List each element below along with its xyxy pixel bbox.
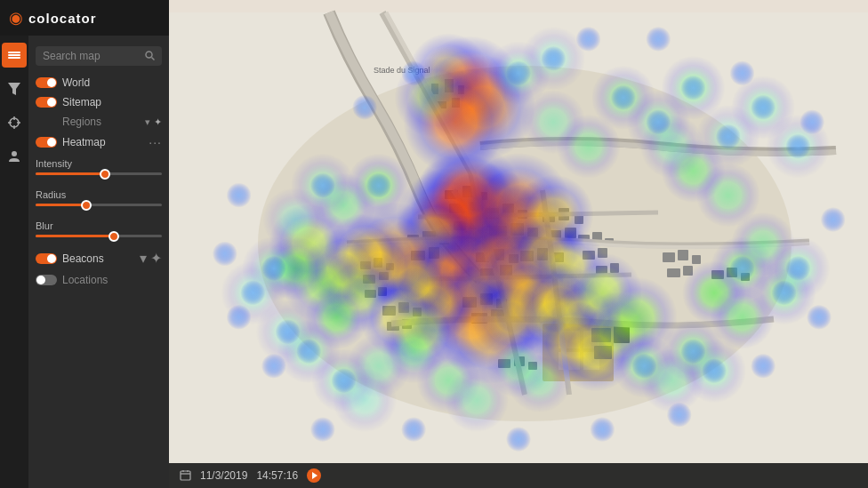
- svg-rect-81: [741, 273, 750, 281]
- svg-rect-63: [480, 293, 493, 305]
- toggle-beacons[interactable]: [36, 253, 57, 264]
- svg-rect-49: [429, 247, 439, 259]
- person-icon[interactable]: [2, 144, 27, 169]
- target-icon[interactable]: [2, 110, 27, 135]
- svg-rect-30: [454, 221, 466, 230]
- svg-rect-76: [692, 255, 701, 264]
- svg-rect-58: [398, 302, 409, 313]
- svg-rect-15: [445, 79, 454, 92]
- regions-chevron-icon[interactable]: ▾: [145, 116, 150, 128]
- svg-point-9: [12, 151, 17, 156]
- play-button[interactable]: [307, 468, 321, 483]
- beacons-label: Beacons: [62, 252, 134, 265]
- toggle-locations[interactable]: [36, 275, 57, 285]
- svg-rect-71: [598, 248, 607, 258]
- svg-rect-2: [8, 57, 20, 59]
- svg-rect-80: [727, 268, 737, 277]
- svg-rect-56: [378, 287, 387, 296]
- svg-rect-39: [509, 254, 518, 263]
- svg-rect-55: [365, 290, 376, 298]
- svg-rect-54: [379, 272, 389, 280]
- svg-rect-48: [411, 251, 425, 260]
- svg-rect-75: [678, 250, 688, 260]
- svg-rect-92: [594, 346, 612, 359]
- svg-rect-41: [500, 265, 512, 276]
- filter-icon[interactable]: [2, 76, 27, 101]
- beacons-chevron-icon[interactable]: ▾: [140, 250, 147, 267]
- layers-icon[interactable]: [2, 43, 27, 68]
- intensity-section: Intensity: [28, 153, 169, 184]
- map-area[interactable]: Stade du Signal 11/3/2019 14:57:16: [169, 0, 868, 488]
- svg-rect-62: [462, 297, 477, 308]
- layer-world[interactable]: World: [28, 73, 169, 92]
- layer-sitemap[interactable]: Sitemap: [28, 92, 169, 112]
- svg-rect-59: [413, 308, 422, 316]
- regions-row: Regions ▾ ✦: [28, 112, 169, 132]
- svg-text:Stade du Signal: Stade du Signal: [374, 66, 430, 75]
- svg-rect-27: [489, 226, 507, 236]
- regions-add-icon[interactable]: ✦: [154, 116, 162, 128]
- layer-heatmap-label: Heatmap: [62, 136, 143, 148]
- layer-sitemap-label: Sitemap: [62, 96, 162, 108]
- svg-rect-74: [663, 252, 675, 262]
- svg-rect-42: [520, 251, 534, 261]
- icon-rail: [0, 36, 28, 488]
- svg-rect-78: [683, 266, 693, 276]
- svg-rect-50: [360, 261, 371, 269]
- svg-rect-73: [610, 263, 619, 273]
- svg-rect-36: [565, 228, 576, 238]
- layer-world-label: World: [62, 76, 162, 89]
- time-text: 14:57:16: [256, 469, 298, 482]
- bottom-bar: 11/3/2019 14:57:16: [169, 463, 868, 488]
- regions-label: Regions: [62, 116, 140, 128]
- svg-rect-51: [374, 258, 382, 268]
- toggle-heatmap[interactable]: [36, 137, 57, 148]
- svg-rect-34: [575, 215, 583, 224]
- toggle-world[interactable]: [36, 77, 57, 88]
- search-bar: [36, 46, 162, 66]
- locations-label: Locations: [62, 274, 162, 286]
- svg-point-10: [146, 52, 152, 58]
- svg-rect-18: [452, 98, 460, 108]
- svg-rect-29: [527, 228, 538, 237]
- date-text: 11/3/2019: [200, 469, 247, 482]
- heatmap-options-icon[interactable]: ···: [149, 135, 162, 149]
- search-input[interactable]: [43, 50, 141, 62]
- svg-line-11: [152, 57, 155, 60]
- svg-rect-84: [528, 362, 537, 370]
- blur-track[interactable]: [36, 235, 162, 237]
- radius-label: Radius: [36, 189, 162, 200]
- intensity-track[interactable]: [36, 172, 162, 175]
- svg-rect-79: [711, 270, 724, 279]
- radius-track[interactable]: [36, 204, 162, 206]
- svg-rect-43: [537, 248, 548, 260]
- logo-text: colocator: [28, 11, 97, 26]
- regions-actions: ▾ ✦: [145, 116, 162, 128]
- map-background: Stade du Signal: [169, 0, 868, 488]
- search-icon: [145, 51, 155, 62]
- locations-section: Locations: [28, 270, 169, 290]
- blur-label: Blur: [36, 220, 162, 231]
- svg-rect-28: [510, 223, 524, 236]
- layer-heatmap[interactable]: Heatmap ···: [28, 132, 169, 153]
- sidebar: ◉ colocator: [0, 0, 169, 488]
- calendar-icon: [180, 469, 191, 483]
- svg-rect-16: [458, 85, 464, 94]
- svg-rect-0: [8, 52, 20, 53]
- toggle-sitemap[interactable]: [36, 97, 57, 108]
- sidebar-content: World Sitemap Regions ▾ ✦ Heatmap ··· In…: [28, 36, 169, 488]
- svg-rect-1: [8, 54, 20, 56]
- svg-rect-82: [498, 359, 510, 368]
- radius-section: Radius: [28, 184, 169, 215]
- beacons-actions: ▾ ✦: [140, 250, 162, 267]
- beacons-section: Beacons ▾ ✦: [28, 246, 169, 270]
- logo-icon: ◉: [9, 8, 23, 28]
- svg-rect-90: [591, 328, 611, 342]
- blur-section: Blur: [28, 215, 169, 246]
- logo-bar: ◉ colocator: [0, 0, 169, 36]
- beacons-add-icon[interactable]: ✦: [150, 250, 162, 267]
- svg-rect-52: [386, 263, 394, 270]
- svg-rect-57: [382, 306, 396, 316]
- intensity-label: Intensity: [36, 158, 162, 169]
- svg-rect-70: [583, 251, 595, 260]
